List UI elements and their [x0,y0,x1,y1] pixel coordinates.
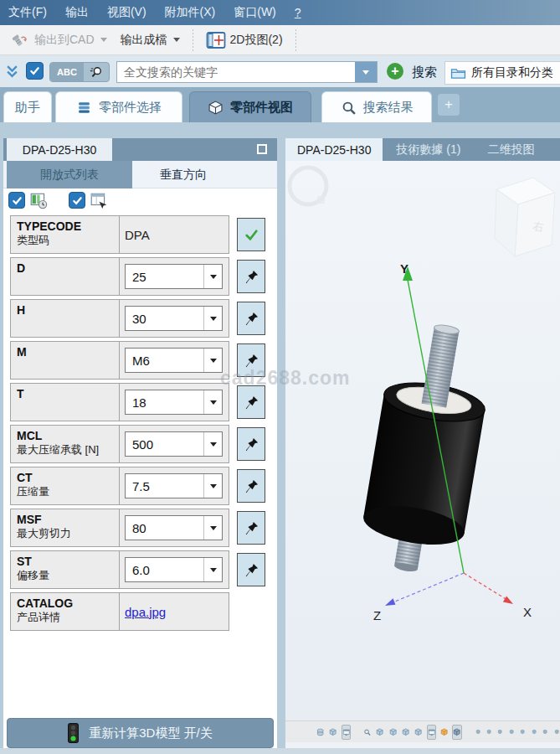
menu-item-help[interactable]: ? [295,6,301,19]
abc-text-mode-button[interactable]: ABC [50,63,84,81]
menu-item-output[interactable]: 输出 [65,5,89,20]
param-st-dropdown[interactable]: 6.0 [125,557,223,582]
param-code: D [17,261,113,276]
part-3d-model[interactable] [356,318,497,580]
traffic-light-icon [68,723,79,743]
2d-projection-label: 2D投图(2) [230,33,283,48]
view-tab-2d-projection[interactable]: 二维投图 [474,138,547,161]
menu-item-window[interactable]: 窗口(W) [234,5,276,20]
view-right-icon[interactable] [508,726,515,737]
search-scope-selector[interactable]: 所有目录和分类 [444,61,560,85]
menu-item-view[interactable]: 视图(V) [107,5,146,20]
dark-box-icon[interactable] [452,725,461,740]
view-left-icon[interactable] [496,726,503,737]
render-mode-icon[interactable] [414,725,423,740]
add-search-term-button[interactable]: + [387,63,403,80]
dropdown-arrow-icon[interactable] [203,516,222,540]
recalculate-3d-button[interactable]: 重新计算3D模型 开/关 [7,718,274,748]
param-msf-pin-button[interactable] [237,511,265,545]
view-bottom-icon[interactable] [531,726,537,737]
param-d-dropdown[interactable]: 25 [125,264,223,289]
table-search-icon [90,191,108,209]
tab-part-view[interactable]: 零部件视图 [189,91,311,122]
param-row-ct: CT 压缩量 7.5 [10,467,270,505]
dropdown-arrow-icon[interactable] [203,265,222,288]
param-typecode-confirm-button[interactable] [237,218,265,251]
param-d-pin-button[interactable] [237,260,265,293]
chevron-down-icon [173,38,180,42]
dropdown-arrow-icon[interactable] [203,558,222,581]
2d-projection-button[interactable]: 2D投图(2) [199,28,290,52]
param-t-dropdown[interactable]: 18 [125,390,223,415]
param-st-pin-button[interactable] [237,553,265,586]
tab-assistant[interactable]: 助手 [3,91,52,122]
collapse-chevrons-icon[interactable] [6,65,18,79]
search-input[interactable] [116,61,378,83]
box-icon [208,100,223,116]
add-tab-button[interactable]: + [438,94,460,116]
catalog-link-dpa.jpg[interactable]: dpa.jpg [125,605,166,619]
view-iso2-icon[interactable] [553,726,560,737]
search-scope-label: 所有目录和分类 [471,65,553,80]
param-mcl-dropdown[interactable]: 500 [125,431,223,457]
param-row-t: T 18 [10,383,270,421]
navigation-cube[interactable]: 右 [495,178,555,256]
param-m-dropdown[interactable]: M6 [125,348,223,373]
select-box-icon[interactable] [401,725,410,740]
tab-open-list[interactable]: 開放式列表 [7,161,132,188]
view-tab-part-title[interactable]: DPA-D25-H30 [285,138,383,161]
fulltext-search-mode-icon[interactable] [84,63,109,81]
show-expressions-checkbox[interactable] [69,192,85,209]
search-enable-checkbox[interactable] [26,62,44,80]
panel-title-tab[interactable]: DPA-D25-H30 [7,138,112,161]
param-h-dropdown[interactable]: 30 [125,306,223,331]
menu-item-file[interactable]: 文件(F) [8,5,47,20]
dropdown-arrow-icon[interactable] [203,432,222,456]
zoom-icon[interactable] [362,725,372,740]
param-ct-pin-button[interactable] [237,469,265,503]
view-tab-tech-data[interactable]: 技術數據 (1) [383,138,474,161]
tab-part-selection[interactable]: 零部件选择 [55,91,182,122]
rotate-icon[interactable] [388,725,398,740]
fit-screen-icon[interactable] [427,725,436,740]
param-code: TYPECODE [17,219,113,234]
copy-view-icon[interactable] [328,725,337,740]
search-mode-toggle[interactable]: ABC [49,62,110,82]
menu-bar: 文件(F)输出视图(V)附加件(X)窗口(W)? [0,0,560,25]
3d-viewport[interactable]: 右 [285,161,560,720]
view-tab-bar: DPA-D25-H30技術數據 (1)二维投图 [285,138,560,161]
panel-splitter[interactable] [277,138,285,748]
dropdown-arrow-icon[interactable] [203,474,222,498]
panel-header: DPA-D25-H30 [3,138,277,161]
view-iso-icon[interactable] [542,726,548,737]
toolbar-separator [192,29,194,51]
param-h-pin-button[interactable] [237,302,265,335]
param-code: MSF [17,512,113,527]
menu-item-addons[interactable]: 附加件(X) [165,5,216,20]
view-back-icon[interactable] [486,726,492,737]
show-values-checkbox[interactable] [8,192,25,209]
tab-vertical[interactable]: 垂直方向 [132,161,234,188]
pan-icon[interactable] [375,725,384,740]
tab-search-results[interactable]: 搜索结果 [321,91,432,122]
search-button[interactable]: 搜索 [412,65,437,80]
param-row-h: H 30 [10,299,270,338]
shaded-box-icon[interactable] [439,725,449,740]
search-history-dropdown[interactable] [355,62,377,82]
param-msf-dropdown[interactable]: 80 [125,515,223,540]
maximize-icon[interactable] [257,144,267,154]
model-tree-icon[interactable] [316,725,325,740]
param-mcl-pin-button[interactable] [237,427,265,461]
dropdown-arrow-icon[interactable] [203,349,222,372]
export-to-file-button[interactable]: 输出成檔 [114,30,187,50]
param-t-pin-button[interactable] [237,385,265,419]
export-to-cad-button[interactable]: 输出到CAD [3,28,114,52]
dropdown-arrow-icon[interactable] [203,390,222,414]
dropdown-arrow-icon[interactable] [203,307,222,330]
view-top-icon[interactable] [519,726,526,737]
window-view-icon[interactable] [342,725,351,740]
param-ct-dropdown[interactable]: 7.5 [125,473,223,498]
view-front-icon[interactable] [475,726,481,737]
param-m-pin-button[interactable] [237,343,265,377]
param-code: ST [17,554,113,569]
